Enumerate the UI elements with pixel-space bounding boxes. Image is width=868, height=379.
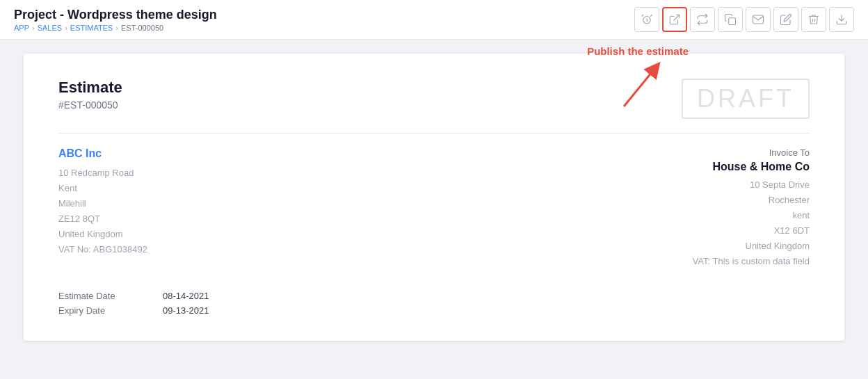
document-card: Estimate #EST-000050 DRAFT ABC Inc 10 Re… — [24, 54, 844, 341]
delete-button[interactable] — [801, 7, 826, 32]
expiry-date-row: Expiry Date 09-13-2021 — [58, 305, 810, 316]
download-button[interactable] — [829, 7, 854, 32]
expiry-date-label: Expiry Date — [58, 305, 142, 316]
from-company: ABC Inc — [58, 147, 147, 160]
to-postcode: X12 6DT — [774, 225, 810, 236]
to-line2: Rochester — [769, 195, 810, 205]
breadcrumb-estimates[interactable]: ESTIMATES — [70, 24, 113, 32]
svg-rect-2 — [729, 18, 736, 25]
to-line1: 10 Septa Drive — [750, 179, 810, 190]
toolbar — [634, 7, 854, 32]
convert-button[interactable] — [690, 7, 715, 32]
breadcrumb: APP › SALES › ESTIMATES › EST-000050 — [14, 24, 217, 32]
to-address-lines: 10 Septa Drive Rochester kent X12 6DT Un… — [693, 177, 810, 270]
edit-button[interactable] — [773, 7, 798, 32]
breadcrumb-sep2: › — [65, 24, 67, 32]
dates-section: Estimate Date 08-14-2021 Expiry Date 09-… — [58, 291, 810, 316]
breadcrumb-app[interactable]: APP — [14, 24, 29, 32]
title-section: Project - Wordpress theme design APP › S… — [14, 8, 217, 32]
estimate-date-row: Estimate Date 08-14-2021 — [58, 291, 810, 301]
from-line2: Kent — [58, 183, 77, 193]
copy-button[interactable] — [718, 7, 743, 32]
doc-header: Estimate #EST-000050 DRAFT — [58, 79, 810, 119]
estimate-number: #EST-000050 — [58, 99, 122, 111]
top-bar: Project - Wordpress theme design APP › S… — [0, 0, 868, 40]
from-line1: 10 Redcamp Road — [58, 168, 134, 178]
estimate-date-value: 08-14-2021 — [163, 291, 209, 301]
to-line3: kent — [792, 210, 810, 220]
draft-stamp: DRAFT — [682, 79, 810, 119]
breadcrumb-sep1: › — [32, 24, 35, 32]
svg-line-1 — [674, 15, 680, 20]
breadcrumb-current: EST-000050 — [121, 24, 163, 32]
from-address-lines: 10 Redcamp Road Kent Milehill ZE12 8QT U… — [58, 166, 147, 258]
to-vat: VAT: This is custom data field — [693, 256, 810, 266]
breadcrumb-sales[interactable]: SALES — [38, 24, 62, 32]
to-address: Invoice To House & Home Co 10 Septa Driv… — [693, 147, 810, 270]
from-line3: Milehill — [58, 198, 86, 209]
to-company: House & Home Co — [693, 161, 810, 173]
email-button[interactable] — [746, 7, 771, 32]
from-postcode: ZE12 8QT — [58, 213, 100, 224]
expiry-date-value: 09-13-2021 — [163, 305, 209, 316]
from-address: ABC Inc 10 Redcamp Road Kent Milehill ZE… — [58, 147, 147, 270]
page-title: Project - Wordpress theme design — [14, 8, 217, 22]
estimate-date-label: Estimate Date — [58, 291, 142, 301]
document-type: Estimate — [58, 79, 122, 97]
address-section: ABC Inc 10 Redcamp Road Kent Milehill ZE… — [58, 147, 810, 270]
from-country: United Kingdom — [58, 229, 123, 239]
content-area: Publish the estimate Estimate #EST-00005… — [0, 40, 868, 355]
from-vat: VAT No: ABG1038492 — [58, 244, 147, 255]
header-divider — [58, 133, 810, 134]
alarm-button[interactable] — [634, 7, 659, 32]
publish-button[interactable] — [662, 7, 687, 32]
to-country: United Kingdom — [746, 241, 810, 251]
invoice-to-label: Invoice To — [693, 147, 810, 158]
breadcrumb-sep3: › — [115, 24, 118, 32]
doc-title: Estimate #EST-000050 — [58, 79, 122, 111]
